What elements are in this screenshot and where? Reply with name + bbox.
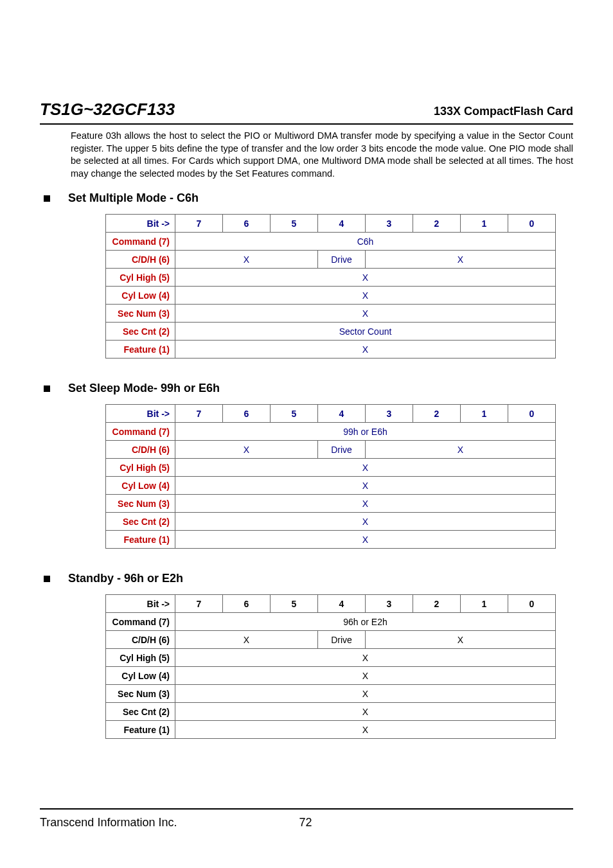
- cell-bit7: 7: [175, 595, 223, 613]
- cell-x: X: [175, 251, 318, 269]
- table-row: Command (7) 96h or E2h: [106, 613, 556, 631]
- table-row: Sec Cnt (2) Sector Count: [106, 323, 556, 341]
- table-row: Command (7) C6h: [106, 233, 556, 251]
- bullet-icon: [44, 195, 50, 202]
- cell-bit1: 1: [461, 595, 508, 613]
- cell-bit2: 2: [413, 595, 461, 613]
- cell-command: 99h or E6h: [175, 423, 556, 441]
- cell-label: Command (7): [106, 233, 175, 251]
- table-row: Bit -> 7 6 5 4 3 2 1 0: [106, 595, 556, 613]
- cell-label: Sec Num (3): [106, 685, 175, 703]
- table-row: Cyl Low (4) X: [106, 477, 556, 495]
- cell-label: Cyl High (5): [106, 459, 175, 477]
- cell-bit-label: Bit ->: [106, 595, 175, 613]
- cell-bit5: 5: [271, 595, 318, 613]
- section-title: Set Sleep Mode- 99h or E6h: [68, 382, 220, 395]
- cell-sector-count: Sector Count: [175, 323, 556, 341]
- cell-label: Feature (1): [106, 341, 175, 359]
- table-row: Sec Cnt (2) X: [106, 513, 556, 531]
- section-heading: Set Sleep Mode- 99h or E6h: [44, 382, 573, 395]
- cell-x: X: [366, 251, 556, 269]
- cell-x: X: [366, 631, 556, 649]
- cell-label: Command (7): [106, 613, 175, 631]
- cell-x: X: [175, 269, 556, 287]
- table-row: Cyl Low (4) X: [106, 667, 556, 685]
- table-row: Cyl High (5) X: [106, 649, 556, 667]
- cell-label: Feature (1): [106, 531, 175, 549]
- footer-pagenum: 72: [299, 816, 312, 829]
- cell-x: X: [175, 649, 556, 667]
- table-row: Command (7) 99h or E6h: [106, 423, 556, 441]
- cell-x: X: [175, 459, 556, 477]
- section-title: Standby - 96h or E2h: [68, 572, 183, 585]
- cell-drive: Drive: [318, 631, 366, 649]
- cell-label: Sec Cnt (2): [106, 703, 175, 721]
- cell-x: X: [175, 631, 318, 649]
- table-row: Cyl High (5) X: [106, 269, 556, 287]
- cell-bit1: 1: [461, 215, 508, 233]
- cell-x: X: [175, 531, 556, 549]
- cell-x: X: [175, 305, 556, 323]
- table-row: C/D/H (6) X Drive X: [106, 441, 556, 459]
- cell-command: C6h: [175, 233, 556, 251]
- table-row: Feature (1) X: [106, 341, 556, 359]
- cell-x: X: [175, 703, 556, 721]
- cell-bit4: 4: [318, 595, 366, 613]
- cell-label: C/D/H (6): [106, 631, 175, 649]
- bullet-icon: [44, 576, 50, 582]
- table-row: Sec Num (3) X: [106, 305, 556, 323]
- cell-bit6: 6: [223, 405, 271, 423]
- cell-label: Cyl High (5): [106, 269, 175, 287]
- cell-command: 96h or E2h: [175, 613, 556, 631]
- section-set-sleep-mode: Set Sleep Mode- 99h or E6h Bit -> 7 6 5 …: [40, 382, 573, 549]
- cell-bit2: 2: [413, 405, 461, 423]
- cell-x: X: [175, 287, 556, 305]
- cell-bit-label: Bit ->: [106, 405, 175, 423]
- table-row: Bit -> 7 6 5 4 3 2 1 0: [106, 215, 556, 233]
- page-header: TS1G~32GCF133 133X CompactFlash Card: [40, 100, 573, 125]
- cell-bit4: 4: [318, 405, 366, 423]
- register-table-96h: Bit -> 7 6 5 4 3 2 1 0 Command (7) 96h o…: [105, 594, 556, 739]
- section-set-multiple-mode: Set Multiple Mode - C6h Bit -> 7 6 5 4 3…: [40, 191, 573, 359]
- cell-label: Cyl Low (4): [106, 477, 175, 495]
- cell-drive: Drive: [318, 441, 366, 459]
- cell-label: Cyl Low (4): [106, 287, 175, 305]
- section-heading: Standby - 96h or E2h: [44, 572, 573, 585]
- bullet-icon: [44, 385, 50, 392]
- footer-company: Transcend Information Inc.: [40, 816, 177, 829]
- cell-bit2: 2: [413, 215, 461, 233]
- table-row: Feature (1) X: [106, 531, 556, 549]
- cell-bit1: 1: [461, 405, 508, 423]
- cell-label: Sec Cnt (2): [106, 513, 175, 531]
- section-heading: Set Multiple Mode - C6h: [44, 191, 573, 205]
- table-row: Feature (1) X: [106, 721, 556, 739]
- cell-bit-label: Bit ->: [106, 215, 175, 233]
- cell-label: C/D/H (6): [106, 441, 175, 459]
- cell-x: X: [175, 495, 556, 513]
- cell-x: X: [175, 477, 556, 495]
- table-row: C/D/H (6) X Drive X: [106, 631, 556, 649]
- table-row: Sec Num (3) X: [106, 495, 556, 513]
- cell-x: X: [175, 441, 318, 459]
- cell-label: Cyl Low (4): [106, 667, 175, 685]
- cell-label: Command (7): [106, 423, 175, 441]
- cell-label: Sec Num (3): [106, 495, 175, 513]
- cell-bit3: 3: [366, 215, 413, 233]
- cell-bit4: 4: [318, 215, 366, 233]
- cell-label: Sec Cnt (2): [106, 323, 175, 341]
- register-table-99h: Bit -> 7 6 5 4 3 2 1 0 Command (7) 99h o…: [105, 404, 556, 549]
- cell-bit7: 7: [175, 215, 223, 233]
- cell-label: Feature (1): [106, 721, 175, 739]
- cell-bit3: 3: [366, 405, 413, 423]
- cell-x: X: [175, 513, 556, 531]
- cell-bit7: 7: [175, 405, 223, 423]
- table-row: Cyl Low (4) X: [106, 287, 556, 305]
- cell-bit3: 3: [366, 595, 413, 613]
- cell-bit0: 0: [508, 215, 556, 233]
- page-footer: Transcend Information Inc. 72: [40, 808, 573, 829]
- cell-label: Cyl High (5): [106, 649, 175, 667]
- cell-bit6: 6: [223, 595, 271, 613]
- cell-x: X: [366, 441, 556, 459]
- table-row: Sec Cnt (2) X: [106, 703, 556, 721]
- cell-x: X: [175, 667, 556, 685]
